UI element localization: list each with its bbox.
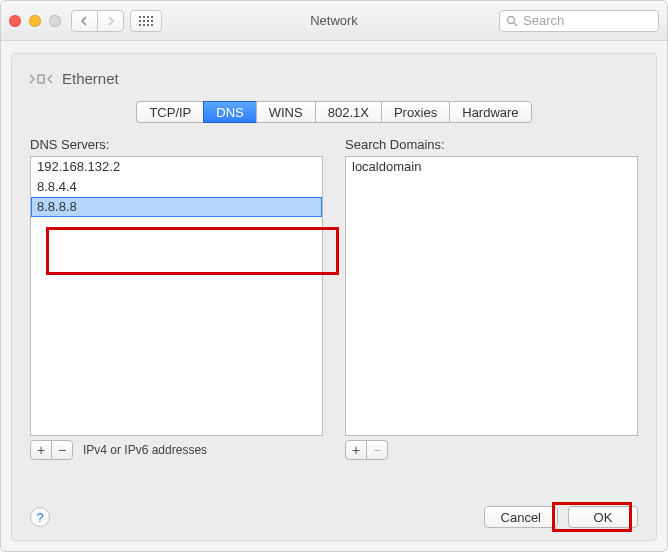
tab-wins[interactable]: WINS <box>256 101 315 123</box>
titlebar: Network Search <box>1 1 667 41</box>
search-domains-list[interactable]: localdomain <box>345 156 638 436</box>
back-button[interactable] <box>71 10 98 32</box>
connection-name: Ethernet <box>62 70 119 87</box>
tab-dns[interactable]: DNS <box>203 101 255 123</box>
add-dns-server-button[interactable]: + <box>30 440 52 460</box>
help-button[interactable]: ? <box>30 507 50 527</box>
chevron-right-icon <box>106 16 115 26</box>
search-domains-label: Search Domains: <box>345 137 638 152</box>
tab-proxies[interactable]: Proxies <box>381 101 449 123</box>
apps-grid-icon <box>139 16 153 26</box>
dns-add-remove: + − IPv4 or IPv6 addresses <box>30 440 323 460</box>
minimize-window-button[interactable] <box>29 15 41 27</box>
show-all-button[interactable] <box>130 10 162 32</box>
window-controls <box>9 15 61 27</box>
lists-area: DNS Servers: 192.168.132.2 8.8.4.4 8.8.8… <box>30 137 638 460</box>
remove-search-domain-button[interactable]: − <box>366 440 388 460</box>
search-field[interactable]: Search <box>499 10 659 32</box>
dns-hint: IPv4 or IPv6 addresses <box>83 443 207 457</box>
search-domain-row[interactable]: localdomain <box>346 157 637 177</box>
tabs: TCP/IP DNS WINS 802.1X Proxies Hardware <box>30 101 638 123</box>
ok-button[interactable]: OK <box>568 506 638 528</box>
add-search-domain-button[interactable]: + <box>345 440 367 460</box>
remove-dns-server-button[interactable]: − <box>51 440 73 460</box>
svg-rect-2 <box>38 75 44 83</box>
network-preferences-window: Network Search Ethernet TCP/IP DNS WINS … <box>0 0 668 552</box>
dns-server-row-editing[interactable]: 8.8.8.8 <box>31 197 322 217</box>
tab-hardware[interactable]: Hardware <box>449 101 531 123</box>
domains-add-remove: + − <box>345 440 638 460</box>
chevron-left-icon <box>80 16 89 26</box>
sheet-footer: ? Cancel OK <box>30 506 638 528</box>
forward-button[interactable] <box>97 10 124 32</box>
dns-servers-label: DNS Servers: <box>30 137 323 152</box>
tab-8021x[interactable]: 802.1X <box>315 101 381 123</box>
connection-header: Ethernet <box>30 70 638 87</box>
dns-servers-list[interactable]: 192.168.132.2 8.8.4.4 8.8.8.8 <box>30 156 323 436</box>
dns-server-row[interactable]: 192.168.132.2 <box>31 157 322 177</box>
search-placeholder: Search <box>523 13 564 28</box>
dns-server-row[interactable]: 8.8.4.4 <box>31 177 322 197</box>
tab-tcpip[interactable]: TCP/IP <box>136 101 203 123</box>
ethernet-icon <box>30 71 52 87</box>
close-window-button[interactable] <box>9 15 21 27</box>
svg-line-1 <box>514 23 517 26</box>
search-icon <box>506 15 518 27</box>
svg-point-0 <box>508 16 515 23</box>
zoom-window-button[interactable] <box>49 15 61 27</box>
cancel-button[interactable]: Cancel <box>484 506 558 528</box>
advanced-sheet: Ethernet TCP/IP DNS WINS 802.1X Proxies … <box>11 53 657 541</box>
nav-back-forward <box>71 10 124 32</box>
dns-servers-column: DNS Servers: 192.168.132.2 8.8.4.4 8.8.8… <box>30 137 323 460</box>
search-domains-column: Search Domains: localdomain + − <box>345 137 638 460</box>
